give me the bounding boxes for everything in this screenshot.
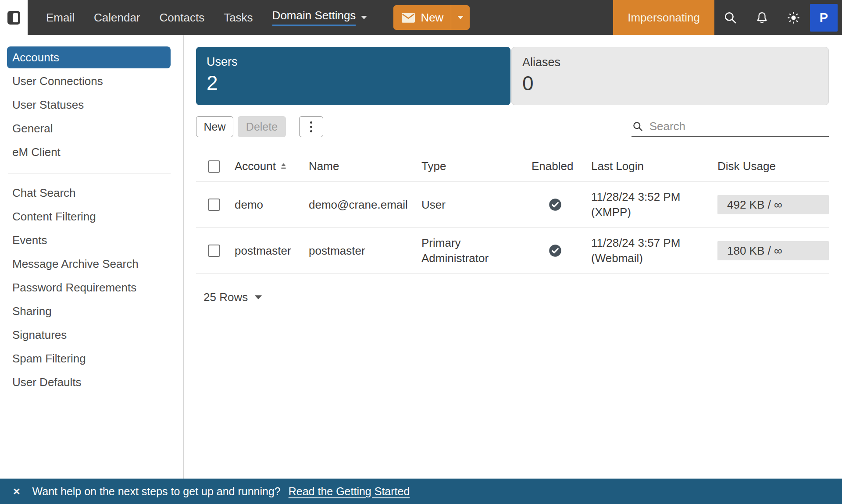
nav-contacts[interactable]: Contacts: [160, 11, 205, 25]
sidebar-item-general[interactable]: General: [0, 117, 183, 140]
aliases-summary-card[interactable]: Aliases 0: [511, 47, 829, 105]
users-card-value: 2: [207, 71, 510, 95]
app-logo-button[interactable]: [0, 0, 28, 35]
smartermail-app: Email Calendar Contacts Tasks Domain Set…: [0, 0, 842, 504]
close-icon[interactable]: ✕: [13, 487, 21, 496]
last-login-time: 11/28/24 3:52 PM: [591, 189, 706, 205]
sort-ascending-icon: [280, 163, 287, 170]
cell-last-login: 11/28/24 3:52 PM (XMPP): [579, 189, 706, 220]
more-actions-button[interactable]: [299, 116, 323, 137]
accounts-table: Account Name Type Enabled Last Login Dis…: [196, 151, 829, 274]
table-header-row: Account Name Type Enabled Last Login Dis…: [196, 151, 829, 182]
nav-domain-settings[interactable]: Domain Settings: [272, 9, 367, 26]
column-header-name[interactable]: Name: [309, 160, 421, 173]
disk-usage-meter: 180 KB / ∞: [717, 241, 829, 260]
cell-name: postmaster: [309, 244, 421, 258]
banner-message: Want help on the next steps to get up an…: [32, 485, 281, 498]
sidebar-item-sharing[interactable]: Sharing: [0, 299, 183, 323]
search-icon: [632, 121, 643, 132]
cell-last-login: 11/28/24 3:57 PM (Webmail): [579, 235, 706, 266]
sidebar-item-spam-filtering[interactable]: Spam Filtering: [0, 347, 183, 370]
new-split-button: New: [393, 5, 470, 30]
sidebar-item-events[interactable]: Events: [0, 228, 183, 252]
cell-disk-usage: 180 KB / ∞: [706, 241, 829, 260]
new-button-dropdown[interactable]: [451, 5, 470, 30]
search-input[interactable]: [649, 120, 829, 133]
envelope-icon: [402, 13, 415, 23]
check-circle-icon: [549, 198, 562, 211]
last-login-time: 11/28/24 3:57 PM: [591, 235, 706, 251]
cell-enabled: [532, 244, 579, 257]
column-header-type[interactable]: Type: [421, 160, 532, 173]
chevron-down-icon: [255, 295, 262, 299]
sidebar-item-password-requirements[interactable]: Password Requirements: [0, 276, 183, 299]
sidebar-item-chat-search[interactable]: Chat Search: [0, 181, 183, 205]
cell-account: postmaster: [235, 244, 309, 258]
cell-account: demo: [235, 198, 309, 212]
avatar[interactable]: P: [810, 4, 838, 32]
aliases-card-label: Aliases: [522, 56, 828, 69]
check-circle-icon: [549, 244, 562, 257]
row-checkbox[interactable]: [208, 245, 220, 257]
theme-toggle-button[interactable]: [778, 0, 809, 35]
sidebar-item-content-filtering[interactable]: Content Filtering: [0, 205, 183, 228]
column-header-enabled[interactable]: Enabled: [532, 160, 579, 173]
new-button-label: New: [421, 11, 443, 25]
cell-disk-usage: 492 KB / ∞: [706, 195, 829, 214]
sidebar-item-accounts[interactable]: Accounts: [7, 46, 171, 68]
brightness-icon: [787, 11, 800, 24]
last-login-client: (Webmail): [591, 251, 706, 266]
nav-tasks[interactable]: Tasks: [224, 11, 253, 25]
accounts-main: Users 2 Aliases 0 New Delete: [184, 35, 842, 479]
bell-icon: [755, 11, 769, 25]
chevron-down-icon: [457, 16, 464, 19]
rows-per-page-dropdown[interactable]: 25 Rows: [196, 291, 829, 304]
users-card-label: Users: [207, 55, 510, 69]
users-summary-card[interactable]: Users 2: [196, 47, 510, 105]
cell-enabled: [532, 198, 579, 211]
kebab-icon: [310, 121, 312, 124]
search-field: [632, 116, 829, 137]
table-row-demo[interactable]: demo demo@crane.email User 11/28/24 3:52…: [196, 182, 829, 228]
chevron-down-icon: [361, 16, 367, 19]
sidebar-item-message-archive-search[interactable]: Message Archive Search: [0, 252, 183, 276]
search-icon: [724, 11, 737, 25]
cell-type: Primary Administrator: [421, 235, 532, 266]
settings-sidebar: Accounts User Connections User Statuses …: [0, 35, 184, 479]
getting-started-banner: ✕ Want help on the next steps to get up …: [0, 479, 842, 504]
getting-started-link[interactable]: Read the Getting Started: [289, 485, 410, 498]
top-bar: Email Calendar Contacts Tasks Domain Set…: [0, 0, 842, 35]
aliases-card-value: 0: [522, 71, 828, 95]
sidebar-item-signatures[interactable]: Signatures: [0, 323, 183, 347]
nav-domain-settings-label: Domain Settings: [272, 9, 356, 26]
delete-button: Delete: [238, 116, 286, 137]
primary-nav: Email Calendar Contacts Tasks Domain Set…: [46, 9, 367, 26]
app-body: Accounts User Connections User Statuses …: [0, 35, 842, 479]
cell-name: demo@crane.email: [309, 198, 421, 212]
sidebar-item-user-defaults[interactable]: User Defaults: [0, 370, 183, 394]
sidebar-item-user-connections[interactable]: User Connections: [0, 69, 183, 93]
select-all-checkbox[interactable]: [208, 160, 220, 173]
cell-type: User: [421, 198, 532, 212]
search-button[interactable]: [714, 0, 746, 35]
table-row-postmaster[interactable]: postmaster postmaster Primary Administra…: [196, 228, 829, 274]
column-header-account[interactable]: Account: [235, 160, 309, 173]
row-checkbox[interactable]: [208, 199, 220, 211]
summary-cards: Users 2 Aliases 0: [196, 47, 829, 105]
sidebar-item-em-client[interactable]: eM Client: [0, 140, 183, 164]
impersonating-badge[interactable]: Impersonating: [613, 0, 714, 35]
sidebar-item-user-statuses[interactable]: User Statuses: [0, 93, 183, 117]
column-header-last-login[interactable]: Last Login: [579, 160, 706, 173]
disk-usage-meter: 492 KB / ∞: [717, 195, 829, 214]
sidebar-divider: [8, 174, 171, 174]
rows-per-page-label: 25 Rows: [203, 291, 248, 304]
topbar-right-cluster: Impersonating P: [613, 0, 842, 35]
list-toolbar: New Delete: [196, 116, 829, 137]
column-header-disk-usage[interactable]: Disk Usage: [706, 160, 829, 173]
nav-calendar[interactable]: Calendar: [94, 11, 140, 25]
new-button[interactable]: New: [393, 11, 451, 25]
last-login-client: (XMPP): [591, 205, 706, 220]
notifications-button[interactable]: [746, 0, 778, 35]
new-account-button[interactable]: New: [196, 116, 233, 137]
nav-email[interactable]: Email: [46, 11, 75, 25]
